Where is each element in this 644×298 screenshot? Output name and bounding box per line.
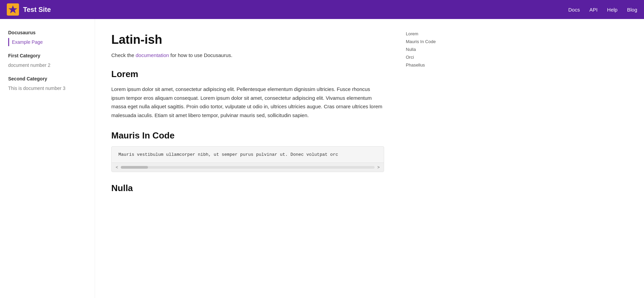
- sidebar-link-doc3[interactable]: This is document number 3: [8, 84, 87, 92]
- section-mauris-heading: Mauris In Code: [111, 130, 384, 141]
- code-block: Mauris vestibulum ullamcorper nibh, ut s…: [111, 146, 384, 172]
- toc-item-lorem[interactable]: Lorem: [406, 30, 463, 38]
- intro-pre: Check the: [111, 52, 136, 58]
- site-title: Test Site: [23, 6, 51, 14]
- scroll-right-arrow[interactable]: >: [377, 165, 380, 170]
- nav-docs[interactable]: Docs: [568, 7, 580, 13]
- toc-item-nulla[interactable]: Nulla: [406, 45, 463, 53]
- sidebar-section-second-category: Second Category: [8, 76, 87, 81]
- toc-item-orci[interactable]: Orci: [406, 53, 463, 61]
- intro-link[interactable]: documentation: [136, 52, 169, 58]
- code-scrollbar[interactable]: < >: [112, 163, 384, 172]
- sidebar-link-example-page[interactable]: Example Page: [8, 38, 87, 46]
- scrollbar-thumb[interactable]: [121, 166, 148, 169]
- star-logo-icon: [7, 3, 19, 16]
- sidebar-link-doc2[interactable]: document number 2: [8, 61, 87, 69]
- nav-api[interactable]: API: [589, 7, 598, 13]
- nav-help[interactable]: Help: [607, 7, 618, 13]
- section-lorem-body: Lorem ipsum dolor sit amet, consectetur …: [111, 85, 384, 119]
- page-title: Latin-ish: [111, 33, 384, 47]
- scrollbar-track[interactable]: [121, 166, 375, 169]
- nav-blog[interactable]: Blog: [627, 7, 637, 13]
- toc-item-phasellus[interactable]: Phasellus: [406, 61, 463, 69]
- code-content: Mauris vestibulum ullamcorper nibh, ut s…: [112, 147, 384, 163]
- header: Test Site Docs API Help Blog: [0, 0, 644, 19]
- sidebar-section-first-category: First Category: [8, 53, 87, 58]
- table-of-contents: Lorem Mauris In Code Nulla Orci Phasellu…: [400, 19, 468, 298]
- section-nulla-heading: Nulla: [111, 183, 384, 193]
- sidebar: Docusaurus Example Page First Category d…: [0, 19, 95, 298]
- layout: Docusaurus Example Page First Category d…: [0, 19, 644, 298]
- sidebar-section-docusaurus: Docusaurus: [8, 30, 87, 35]
- nav-links: Docs API Help Blog: [568, 7, 637, 13]
- header-left: Test Site: [7, 3, 51, 16]
- intro-paragraph: Check the documentation for how to use D…: [111, 52, 384, 58]
- section-lorem-heading: Lorem: [111, 69, 384, 79]
- intro-post: for how to use Docusaurus.: [169, 52, 232, 58]
- main-content: Latin-ish Check the documentation for ho…: [95, 19, 400, 298]
- toc-item-mauris[interactable]: Mauris In Code: [406, 38, 463, 45]
- scroll-left-arrow[interactable]: <: [116, 165, 118, 170]
